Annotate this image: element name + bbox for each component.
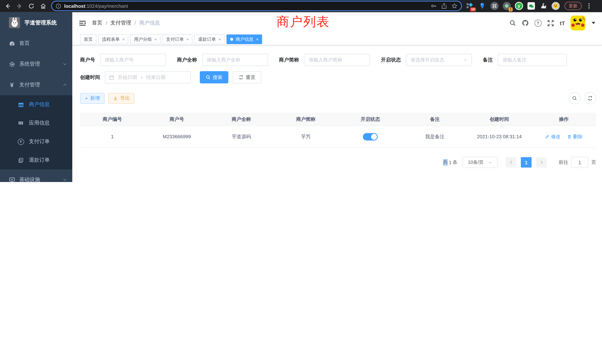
extension-profile-icon[interactable]: 1	[502, 1, 511, 10]
document-icon	[16, 157, 25, 163]
address-bar[interactable]: localhost:1024/pay/merchant	[51, 1, 462, 11]
cell-full-name: 芋道源码	[209, 126, 274, 147]
avatar-caret-icon[interactable]	[592, 22, 595, 24]
tab-user-group[interactable]: 用户分组×	[130, 34, 161, 44]
col-merchant-id: 商户编号	[80, 113, 145, 126]
cell-status	[338, 126, 403, 147]
bookmark-star-icon[interactable]	[452, 3, 457, 9]
breadcrumb-current: 商户信息	[139, 20, 160, 26]
user-avatar[interactable]	[570, 16, 585, 30]
export-button[interactable]: 导出	[108, 93, 135, 104]
close-icon[interactable]: ×	[122, 37, 125, 42]
breadcrumb-home[interactable]: 首页	[92, 20, 102, 26]
extension-balloon-icon[interactable]	[478, 1, 487, 10]
tab-pay-order[interactable]: 支付订单×	[162, 34, 193, 44]
font-size-icon[interactable]: tT	[560, 20, 565, 26]
reset-button[interactable]: 重置	[233, 71, 261, 83]
next-page-button[interactable]	[536, 157, 547, 168]
search-icon	[206, 75, 211, 80]
storefront-icon	[16, 101, 25, 108]
sidebar-item-pay[interactable]: ¥ 支付管理	[0, 75, 72, 95]
short-name-input[interactable]	[304, 54, 370, 66]
page-size-select[interactable]: 10条/页	[463, 157, 497, 168]
app-title: 芋道管理系统	[24, 19, 57, 26]
password-key-icon[interactable]	[431, 3, 437, 9]
browser-profile-avatar[interactable]	[551, 1, 560, 10]
browser-menu-dots-icon[interactable]	[585, 1, 593, 10]
search-button[interactable]: 搜索	[200, 71, 228, 83]
sidebar-item-refund-order[interactable]: 退款订单	[0, 151, 72, 169]
fullscreen-icon[interactable]	[547, 20, 554, 26]
delete-link[interactable]: 删除	[567, 133, 583, 140]
tab-home[interactable]: 首页	[80, 34, 96, 44]
screen: localhost:1024/pay/merchant 10	[0, 0, 602, 182]
edit-link[interactable]: 修改	[545, 133, 560, 140]
goto-page-input[interactable]	[571, 157, 588, 168]
status-toggle[interactable]	[363, 133, 378, 140]
start-date-placeholder: 开始日期	[118, 74, 137, 81]
add-button[interactable]: + 新增	[80, 93, 105, 104]
remark-label: 备注	[483, 56, 493, 63]
browser-back-icon[interactable]	[3, 1, 12, 10]
browser-reload-icon[interactable]	[27, 1, 36, 10]
prev-page-button[interactable]	[506, 157, 516, 168]
help-icon[interactable]: ?	[535, 20, 542, 26]
refresh-icon	[239, 75, 244, 80]
create-time-range-picker[interactable]: 开始日期 - 结束日期	[105, 71, 191, 83]
close-icon[interactable]: ×	[186, 37, 189, 42]
chevron-down-icon	[488, 160, 492, 164]
sidebar-item-system[interactable]: 系统管理	[0, 54, 72, 75]
extension-diamond-icon[interactable]: 10	[466, 1, 474, 10]
extension-chat-icon[interactable]	[527, 1, 536, 10]
chevron-up-icon	[63, 83, 67, 87]
status-select[interactable]: 请选择开启状态	[406, 54, 472, 66]
extension-badge: 1	[509, 7, 513, 11]
close-icon[interactable]: ×	[154, 37, 157, 42]
sidebar-collapse-icon[interactable]	[79, 20, 86, 26]
current-page[interactable]: 1	[521, 157, 532, 168]
chevron-down-icon	[63, 178, 67, 182]
tab-process-form[interactable]: 流程表单×	[98, 34, 129, 44]
search-icon[interactable]	[509, 20, 516, 26]
sidebar-item-pay-order[interactable]: ¥ 支付订单	[0, 132, 72, 151]
remark-input[interactable]	[498, 54, 567, 66]
browser-home-icon[interactable]	[39, 1, 47, 10]
sidebar-item-home[interactable]: 首页	[0, 33, 72, 54]
extension-command-icon[interactable]	[490, 1, 499, 10]
tab-merchant-info[interactable]: 商户信息×	[226, 34, 262, 44]
short-name-label: 商户简称	[279, 56, 299, 63]
table-header-row: 商户编号 商户号 商户全称 商户简称 开启状态 备注 创建时间 操作	[80, 113, 596, 126]
app-logo-row[interactable]: 芋道管理系统	[0, 12, 72, 33]
toggle-search-button[interactable]	[569, 92, 580, 104]
active-dot	[230, 38, 233, 41]
github-icon[interactable]	[522, 19, 529, 27]
sidebar-item-merchant-info[interactable]: 商户信息	[0, 95, 72, 114]
tab-refund-order[interactable]: 退款订单×	[194, 34, 225, 44]
close-icon[interactable]: ×	[256, 37, 258, 42]
grid-icon	[16, 120, 25, 126]
cell-remark: 我是备注	[403, 126, 467, 147]
sidebar-item-label: 系统管理	[19, 61, 63, 67]
full-name-input[interactable]	[202, 54, 268, 66]
browser-update-button[interactable]: 更新	[565, 2, 582, 10]
share-icon[interactable]	[441, 3, 447, 9]
browser-forward-icon[interactable]	[15, 1, 24, 10]
close-icon[interactable]: ×	[218, 37, 221, 42]
extension-y-icon[interactable]: y	[515, 1, 523, 10]
extensions-puzzle-icon[interactable]	[539, 1, 548, 10]
refresh-table-button[interactable]	[584, 92, 596, 104]
pagination-total: 共 1 条	[443, 159, 457, 166]
tags-view-bar: 首页 流程表单× 用户分组× 支付订单× 退款订单× 商户信息×	[72, 34, 602, 45]
sidebar-item-infra[interactable]: 基础设施	[0, 169, 72, 182]
browser-toolbar: localhost:1024/pay/merchant 10	[0, 0, 602, 12]
col-merchant-no: 商户号	[145, 113, 209, 126]
calendar-icon	[109, 75, 114, 80]
annotation-merchant-list: 商户列表	[277, 13, 330, 30]
cell-actions: 修改 删除	[532, 126, 596, 147]
pagination: 共 1 条 10条/页 1 前往 页	[80, 157, 596, 168]
sidebar-item-label: 支付管理	[19, 82, 63, 88]
site-info-icon[interactable]	[56, 3, 61, 9]
merchant-no-input[interactable]	[100, 54, 166, 66]
breadcrumb-pay[interactable]: 支付管理	[110, 20, 131, 26]
sidebar-item-app-info[interactable]: 应用信息	[0, 114, 72, 132]
